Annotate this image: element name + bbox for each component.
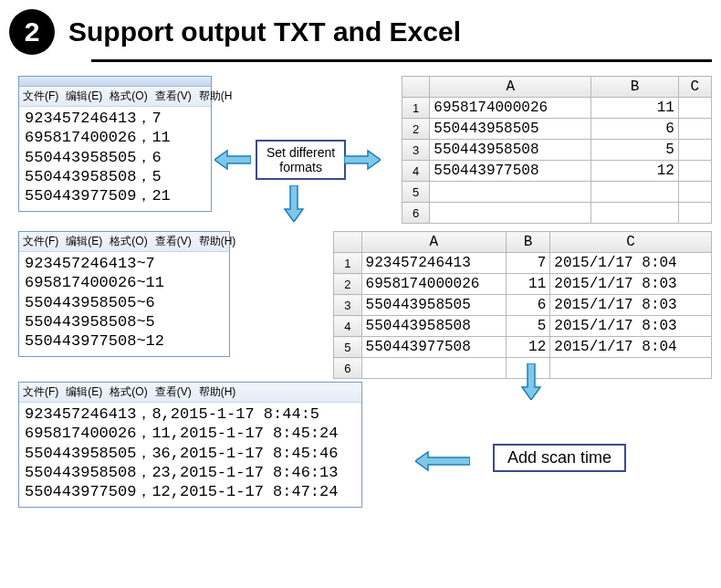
- cell[interactable]: [678, 98, 711, 119]
- menu-help[interactable]: 帮助(H): [199, 385, 236, 398]
- svg-marker-1: [344, 151, 381, 169]
- cell[interactable]: [678, 161, 711, 182]
- cell[interactable]: [591, 182, 679, 203]
- cell[interactable]: 12: [591, 161, 679, 182]
- svg-marker-3: [522, 363, 540, 400]
- cell[interactable]: 2015/1/17 8:03: [550, 316, 712, 337]
- menu-format[interactable]: 格式(O): [110, 235, 147, 247]
- menu-help[interactable]: 帮助(H: [199, 89, 233, 102]
- col-header-a: A: [430, 77, 591, 98]
- cell[interactable]: 5: [591, 140, 679, 161]
- cell[interactable]: 550443958508: [361, 316, 506, 337]
- cell[interactable]: 6: [506, 295, 549, 316]
- cell[interactable]: [361, 358, 506, 379]
- cell[interactable]: 550443958505: [430, 119, 591, 140]
- col-header-c: C: [678, 77, 711, 98]
- cell[interactable]: 6958174000026: [430, 98, 591, 119]
- menu-view[interactable]: 查看(V): [155, 385, 192, 398]
- menu-view[interactable]: 查看(V): [155, 89, 192, 102]
- cell[interactable]: 6958174000026: [361, 274, 506, 295]
- excel-table-1: A B C 1695817400002611 25504439585056 35…: [402, 76, 712, 224]
- notepad-window-3: 文件(F)编辑(E)格式(O)查看(V)帮助(H) 923457246413，8…: [18, 382, 362, 508]
- title-divider: [91, 59, 712, 62]
- cell[interactable]: 12: [506, 337, 549, 358]
- menubar: 文件(F)编辑(E)格式(O)查看(V)帮助(H: [19, 87, 211, 107]
- col-header-a: A: [361, 232, 506, 253]
- menu-format[interactable]: 格式(O): [110, 89, 147, 102]
- menu-file[interactable]: 文件(F): [23, 385, 58, 398]
- cell[interactable]: [550, 358, 712, 379]
- arrow-right-icon: [344, 149, 381, 171]
- cell[interactable]: 11: [506, 274, 549, 295]
- titlebar: [19, 77, 211, 87]
- cell[interactable]: 550443958505: [361, 295, 506, 316]
- excel-table-2: A B C 192345724641372015/1/17 8:04 26958…: [333, 231, 712, 379]
- notepad-window-2: 文件(F)编辑(E)格式(O)查看(V)帮助(H) 923457246413~7…: [18, 231, 230, 357]
- callout-set-formats: Set different formats: [256, 140, 346, 180]
- cell[interactable]: 923457246413: [361, 253, 506, 274]
- menu-view[interactable]: 查看(V): [155, 235, 192, 247]
- cell[interactable]: 5: [506, 316, 549, 337]
- col-corner: [402, 77, 430, 98]
- cell[interactable]: 11: [591, 98, 679, 119]
- menu-file[interactable]: 文件(F): [23, 89, 58, 102]
- notepad-window-1: 文件(F)编辑(E)格式(O)查看(V)帮助(H 923457246413，76…: [18, 76, 212, 212]
- menu-help[interactable]: 帮助(H): [199, 235, 236, 247]
- col-header-b: B: [591, 77, 679, 98]
- cell[interactable]: 7: [506, 253, 549, 274]
- svg-marker-2: [285, 185, 303, 222]
- svg-marker-4: [415, 452, 470, 470]
- cell[interactable]: 2015/1/17 8:03: [550, 295, 712, 316]
- cell[interactable]: [678, 119, 711, 140]
- step-number-badge: 2: [9, 9, 55, 55]
- cell[interactable]: 550443958508: [430, 140, 591, 161]
- menu-file[interactable]: 文件(F): [23, 235, 58, 247]
- menu-format[interactable]: 格式(O): [110, 385, 147, 398]
- callout-add-scan-time: Add scan time: [493, 444, 626, 472]
- notepad-body: 923457246413，8,2015-1-17 8:44:5695817400…: [19, 403, 361, 507]
- cell[interactable]: [430, 203, 591, 224]
- cell[interactable]: [678, 140, 711, 161]
- col-header-c: C: [550, 232, 712, 253]
- arrow-left-icon: [415, 450, 470, 472]
- col-header-b: B: [506, 232, 549, 253]
- cell[interactable]: [678, 203, 711, 224]
- menu-edit[interactable]: 编辑(E): [66, 89, 102, 102]
- col-corner: [334, 232, 362, 253]
- cell[interactable]: 550443977508: [430, 161, 591, 182]
- cell[interactable]: 6: [591, 119, 679, 140]
- cell[interactable]: [678, 182, 711, 203]
- page-title: Support output TXT and Excel: [68, 16, 461, 47]
- cell[interactable]: [430, 182, 591, 203]
- menu-edit[interactable]: 编辑(E): [66, 235, 102, 247]
- menubar: 文件(F)编辑(E)格式(O)查看(V)帮助(H): [19, 232, 229, 252]
- cell[interactable]: 2015/1/17 8:04: [550, 253, 712, 274]
- cell[interactable]: 2015/1/17 8:04: [550, 337, 712, 358]
- arrow-down-icon: [520, 363, 542, 400]
- menu-edit[interactable]: 编辑(E): [66, 385, 102, 398]
- cell[interactable]: [591, 203, 679, 224]
- svg-marker-0: [214, 151, 251, 169]
- notepad-body: 923457246413~7695817400026~1155044395850…: [19, 252, 229, 356]
- notepad-body: 923457246413，7695817400026，1155044395850…: [19, 107, 211, 211]
- cell[interactable]: 550443977508: [361, 337, 506, 358]
- arrow-down-icon: [283, 185, 305, 222]
- cell[interactable]: 2015/1/17 8:03: [550, 274, 712, 295]
- menubar: 文件(F)编辑(E)格式(O)查看(V)帮助(H): [19, 383, 361, 403]
- arrow-left-icon: [214, 149, 251, 171]
